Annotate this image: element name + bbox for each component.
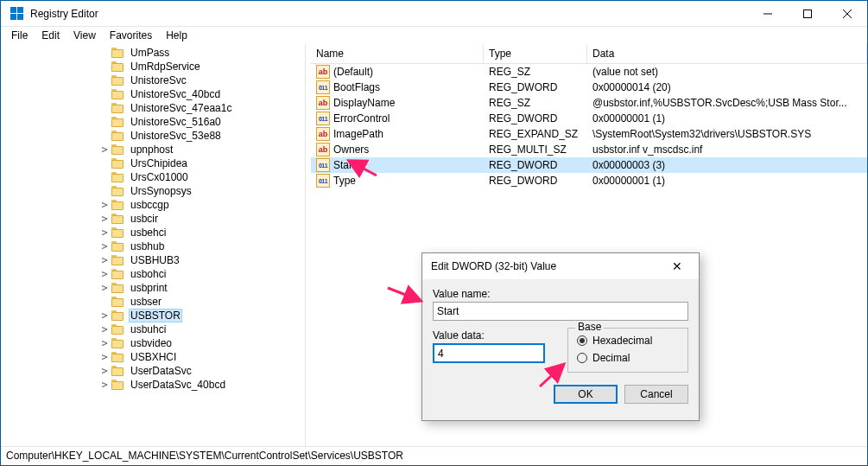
value-row[interactable]: DisplayNameREG_SZ@usbstor.inf,%USBSTOR.S… [311,95,867,111]
tree-item[interactable]: UrsSynopsys [1,184,305,198]
tree-item[interactable]: UmRdpService [1,60,305,73]
tree-item[interactable]: usbser [1,295,305,309]
radio-icon [577,353,587,363]
cancel-button[interactable]: Cancel [624,385,688,404]
tree-item-label: UserDataSvc_40bcd [129,379,227,391]
menu-favorites[interactable]: Favorites [103,28,159,43]
expand-icon[interactable]: > [98,213,111,225]
menu-help[interactable]: Help [159,28,194,43]
radio-label: Hexadecimal [592,335,652,347]
tree-item[interactable]: UnistoreSvc [1,73,305,87]
tree-item[interactable]: >USBXHCI [1,350,305,364]
dialog-body: Value name: Value data: Base Hexadecimal [422,279,699,412]
menu-file[interactable]: File [4,28,35,43]
tree-item[interactable]: UnistoreSvc_53e88 [1,129,305,143]
expand-icon[interactable]: > [98,268,111,280]
tree-item[interactable]: >usbohci [1,267,305,281]
value-data: 0x00000001 (1) [587,112,867,125]
expand-icon[interactable]: > [98,227,111,239]
ok-button[interactable]: OK [554,385,618,404]
tree-item[interactable]: >usbvideo [1,336,305,350]
folder-icon [111,186,125,196]
value-type: REG_EXPAND_SZ [484,127,587,141]
tree-item[interactable]: >USBHUB3 [1,253,305,267]
expand-icon[interactable]: > [98,240,111,252]
folder-icon [111,61,125,72]
tree-item-label: UrsCx01000 [129,171,190,183]
tree-item[interactable]: >usbehci [1,226,305,239]
tree-item[interactable]: UrsChipidea [1,156,305,170]
tree-item-label: usbcir [129,213,160,225]
expand-icon[interactable]: > [98,365,111,377]
window-title: Registry Editor [30,8,748,20]
tree-scroll[interactable]: UmPassUmRdpServiceUnistoreSvcUnistoreSvc… [1,44,305,446]
tree-item[interactable]: >usbccgp [1,198,305,212]
tree-item[interactable]: >usbprint [1,281,305,295]
svg-rect-1 [804,10,812,17]
tree-item[interactable]: UnistoreSvc_47eaa1c [1,101,305,115]
value-row[interactable]: OwnersREG_MULTI_SZusbstor.inf v_mscdsc.i… [311,142,867,157]
value-type: REG_SZ [484,65,587,79]
value-row[interactable]: (Default)REG_SZ(value not set) [311,64,867,80]
value-data-field[interactable] [433,343,545,363]
expand-icon[interactable]: > [98,379,111,391]
column-data[interactable]: Data [587,44,867,63]
tree-item[interactable]: >USBSTOR [1,309,305,322]
tree-item[interactable]: UrsCx01000 [1,170,305,184]
tree-item[interactable]: UnistoreSvc_516a0 [1,115,305,129]
folder-icon [111,48,125,58]
dword-value-icon [316,158,330,172]
expand-icon[interactable]: > [98,254,111,266]
expand-icon[interactable]: > [98,351,111,363]
expand-icon[interactable]: > [98,323,111,335]
expand-icon[interactable]: > [98,282,111,294]
string-value-icon [316,143,330,156]
tree-item[interactable]: >UserDataSvc [1,364,305,378]
maximize-button[interactable] [788,1,827,27]
tree-item-label: UrsSynopsys [129,185,193,197]
value-data: 0x00000014 (20) [587,80,867,94]
tree-item-label: USBSTOR [129,309,182,322]
titlebar: Registry Editor [1,1,867,27]
value-row[interactable]: StartREG_DWORD0x00000003 (3) [311,157,867,173]
tree-item[interactable]: >usbcir [1,212,305,226]
folder-icon [111,200,125,210]
value-name-field[interactable] [433,302,688,321]
tree-item[interactable]: UnistoreSvc_40bcd [1,87,305,101]
tree-item[interactable]: >usbhub [1,239,305,253]
tree-item-label: usbuhci [129,323,168,335]
value-data: @usbstor.inf,%USBSTOR.SvcDesc%;USB Mass … [587,96,867,110]
menu-edit[interactable]: Edit [35,28,67,43]
expand-icon[interactable]: > [98,310,111,322]
column-name[interactable]: Name [311,44,484,63]
radio-decimal[interactable]: Decimal [577,349,679,367]
radio-hexadecimal[interactable]: Hexadecimal [577,332,679,349]
column-type[interactable]: Type [484,44,587,63]
dword-value-icon [316,80,330,94]
tree-item[interactable]: >UserDataSvc_40bcd [1,378,305,392]
value-data: 0x00000003 (3) [587,158,867,172]
value-row[interactable]: ImagePathREG_EXPAND_SZ\SystemRoot\System… [311,126,867,142]
tree-item[interactable]: >upnphost [1,143,305,156]
expand-icon[interactable]: > [98,337,111,349]
folder-icon [111,89,125,99]
value-row[interactable]: BootFlagsREG_DWORD0x00000014 (20) [311,80,867,95]
dialog-close-button[interactable]: ✕ [664,259,690,273]
tree-item-label: UnistoreSvc_40bcd [129,88,222,100]
minimize-button[interactable] [748,1,788,27]
tree-item-label: USBHUB3 [129,254,181,266]
tree-item[interactable]: >usbuhci [1,322,305,336]
expand-icon[interactable]: > [98,199,111,211]
value-type: REG_DWORD [484,174,587,188]
value-row[interactable]: TypeREG_DWORD0x00000001 (1) [311,173,867,188]
menu-view[interactable]: View [67,28,103,43]
value-type: REG_DWORD [484,112,587,125]
expand-icon[interactable]: > [98,144,111,156]
value-row[interactable]: ErrorControlREG_DWORD0x00000001 (1) [311,111,867,126]
tree-item[interactable]: UmPass [1,46,305,60]
folder-icon [111,158,125,169]
folder-icon [111,255,125,265]
radio-icon [577,335,587,346]
close-button[interactable] [827,1,867,27]
value-data: 0x00000001 (1) [587,174,867,188]
